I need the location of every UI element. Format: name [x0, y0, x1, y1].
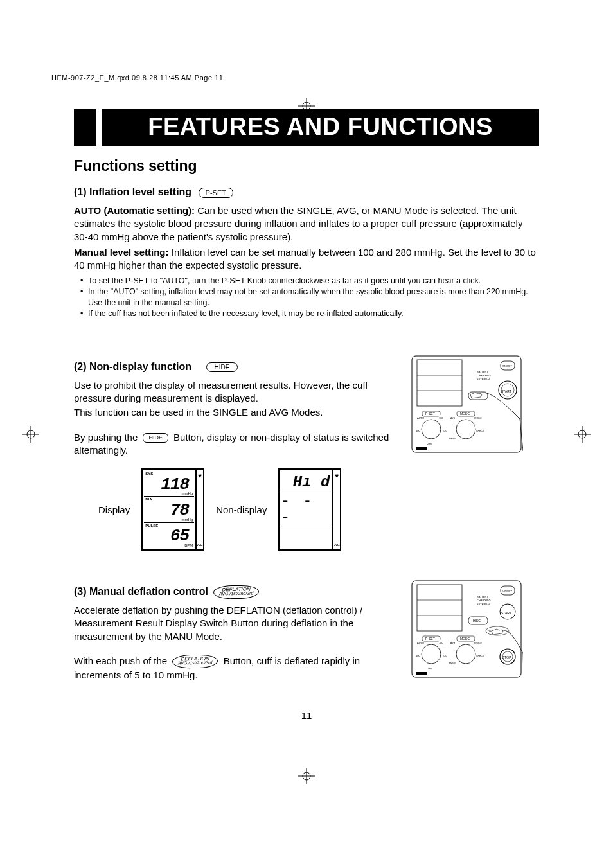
s1-manual-paragraph: Manual level setting: Inflation level ca…	[74, 246, 539, 272]
svg-text:P-SET: P-SET	[425, 637, 435, 641]
svg-text:START: START	[501, 611, 511, 615]
content: FEATURES AND FUNCTIONS Functions setting…	[39, 109, 574, 721]
s1-auto-paragraph: AUTO (Automatic setting): Can be used wh…	[74, 204, 539, 244]
svg-text:BATTERY: BATTERY	[477, 595, 488, 598]
heart-icon: ♥	[335, 472, 339, 479]
s3-device-illustration: BATTERY CHARGING EXTERNAL HIDE ON/OFF ST…	[411, 580, 539, 682]
svg-text:SINGLE: SINGLE	[474, 642, 483, 644]
s3-heading: (3) Manual deflation control	[74, 586, 208, 598]
hide-button-inline: HIDE	[143, 433, 168, 442]
display-label: Display	[98, 504, 130, 515]
section-2: (2) Non-display function HIDE Use to pro…	[74, 355, 539, 551]
lcd-display: SYS 118 mmHg DIA 78 mmHg PULSE	[141, 468, 204, 551]
registration-mark-icon	[298, 98, 315, 114]
pulse-unit: BPM	[184, 544, 193, 547]
ac-label: AC	[334, 543, 340, 547]
svg-text:220: 220	[443, 654, 447, 657]
sys-value: 118	[161, 475, 189, 494]
deflation-button-inline: DEFLATION AVG./1st/2nd/3rd	[172, 654, 218, 669]
s1-bullet-2: In the "AUTO" setting, inflation level m…	[88, 287, 539, 308]
dia-unit: mmHg	[182, 518, 193, 522]
registration-mark-icon	[298, 768, 315, 784]
page-title: FEATURES AND FUNCTIONS	[102, 109, 539, 146]
svg-text:MANU: MANU	[449, 662, 456, 665]
deflation-l2: AVG./1st/2nd/3rd	[219, 592, 253, 596]
svg-rect-41	[416, 447, 427, 450]
svg-rect-73	[416, 672, 427, 675]
s2-p2: This function can be used in the SINGLE …	[74, 406, 398, 419]
sys-tag: SYS	[145, 472, 153, 475]
svg-text:CHECK: CHECK	[476, 655, 484, 657]
svg-rect-12	[412, 356, 521, 452]
svg-text:BATTERY: BATTERY	[477, 370, 488, 373]
svg-text:220: 220	[443, 429, 447, 432]
dia-tag: DIA	[145, 497, 152, 501]
svg-text:AUTO: AUTO	[417, 416, 424, 420]
svg-text:MANU: MANU	[449, 438, 456, 440]
svg-text:HIDE: HIDE	[473, 619, 481, 623]
hide-pill: HIDE	[206, 362, 238, 372]
svg-text:START: START	[501, 389, 511, 393]
pulse-tag: PULSE	[145, 524, 158, 527]
svg-text:SINGLE: SINGLE	[474, 417, 483, 420]
svg-text:EXTERNAL: EXTERNAL	[477, 378, 491, 381]
svg-text:280: 280	[427, 667, 432, 670]
dia-value: 78	[170, 500, 189, 520]
s1-auto-label: AUTO (Automatic setting):	[74, 205, 195, 216]
dashes: - - -	[281, 493, 326, 526]
svg-text:AVG: AVG	[450, 417, 455, 420]
sys-unit: mmHg	[182, 492, 193, 495]
s1-heading: (1) Inflation level setting	[74, 186, 191, 198]
svg-text:ON/OFF: ON/OFF	[502, 589, 513, 592]
svg-text:180: 180	[439, 416, 443, 420]
s1-bullet-3: If the cuff has not been inflated to the…	[88, 308, 539, 319]
pset-pill: P-SET	[199, 188, 233, 198]
s1-manual-label: Manual level setting:	[74, 247, 169, 258]
s1-bullets: •To set the P-SET to "AUTO", turn the P-…	[74, 276, 539, 319]
pulse-value: 65	[170, 526, 189, 545]
title-tab-left	[74, 109, 96, 146]
page: HEM-907-Z2_E_M.qxd 09.8.28 11:45 AM Page…	[0, 0, 613, 868]
heart-icon: ♥	[198, 472, 202, 479]
svg-text:MODE: MODE	[460, 637, 470, 641]
svg-text:ON/OFF: ON/OFF	[502, 364, 513, 368]
svg-text:EXTERNAL: EXTERNAL	[477, 603, 491, 606]
registration-mark-icon	[574, 426, 591, 443]
device-illustration-icon: BATTERY CHARGING EXTERNAL HIDE ON/OFF ST…	[411, 580, 523, 679]
svg-text:MODE: MODE	[460, 412, 470, 416]
section-heading: Functions setting	[74, 157, 539, 175]
svg-text:100: 100	[416, 654, 420, 657]
ac-label: AC	[197, 543, 203, 547]
svg-text:P-SET: P-SET	[425, 412, 435, 416]
svg-text:CHARGING: CHARGING	[477, 599, 491, 602]
svg-text:AVG: AVG	[450, 642, 455, 644]
hid-text: Hı d	[293, 474, 330, 491]
svg-rect-42	[412, 581, 521, 677]
svg-text:280: 280	[427, 442, 432, 445]
svg-text:STOP: STOP	[502, 655, 511, 659]
print-header: HEM-907-Z2_E_M.qxd 09.8.28 11:45 AM Page…	[51, 74, 223, 82]
svg-text:180: 180	[439, 641, 443, 644]
nondisplay-label: Non-display	[216, 504, 267, 515]
lcd-nondisplay: Hı d - - - ♥ AC	[278, 468, 341, 551]
title-bar: FEATURES AND FUNCTIONS	[74, 109, 539, 146]
s2-p3: By pushing the HIDE Button, display or n…	[74, 431, 398, 457]
page-number: 11	[74, 710, 539, 721]
s3-p2: With each push of the DEFLATION AVG./1st…	[74, 655, 398, 682]
svg-text:CHECK: CHECK	[476, 430, 484, 432]
s2-heading: (2) Non-display function	[74, 361, 191, 373]
s3-p1: Accelerate deflation by pushing the DEFL…	[74, 604, 398, 643]
registration-mark-icon	[22, 426, 39, 443]
s1-bullet-1: To set the P-SET to "AUTO", turn the P-S…	[88, 276, 539, 287]
s2-p3a: By pushing the	[74, 432, 138, 443]
deflation-button-label: DEFLATION AVG./1st/2nd/3rd	[213, 585, 259, 599]
section-1: (1) Inflation level setting P-SET AUTO (…	[74, 180, 539, 319]
display-examples: Display SYS 118 mmHg DIA 78 mmHg	[98, 468, 398, 551]
s2-p1: Use to prohibit the display of measureme…	[74, 379, 398, 405]
section-3: (3) Manual deflation control DEFLATION A…	[74, 580, 539, 684]
svg-text:AUTO: AUTO	[417, 641, 424, 644]
svg-text:100: 100	[416, 429, 420, 432]
s2-device-illustration: BATTERY CHARGING EXTERNAL HIDE ON/OFF ST…	[411, 355, 539, 457]
svg-text:CHARGING: CHARGING	[477, 374, 491, 377]
device-illustration-icon: BATTERY CHARGING EXTERNAL HIDE ON/OFF ST…	[411, 355, 523, 454]
